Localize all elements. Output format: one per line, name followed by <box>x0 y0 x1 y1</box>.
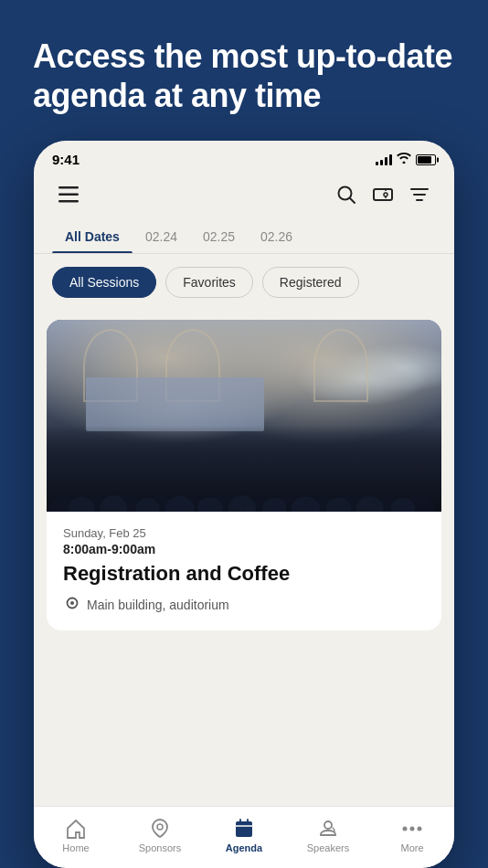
nav-right-icons <box>330 178 436 211</box>
svg-rect-0 <box>58 186 79 189</box>
sponsors-icon <box>149 818 171 840</box>
filter-all-sessions[interactable]: All Sessions <box>52 267 156 298</box>
hero-title: Access the most up-to-date agenda at any… <box>0 0 488 141</box>
nav-label-sponsors: Sponsors <box>139 842 181 853</box>
top-navigation <box>34 171 454 218</box>
crowd-scene <box>47 426 441 513</box>
scroll-content[interactable]: Sunday, Feb 25 8:00am-9:00am Registratio… <box>34 311 454 806</box>
wifi-icon <box>397 153 411 166</box>
tab-all-dates[interactable]: All Dates <box>52 222 133 253</box>
event-time: 8:00am-9:00am <box>63 542 425 556</box>
search-button[interactable] <box>330 178 363 211</box>
more-icon <box>401 818 423 840</box>
speakers-icon <box>317 818 339 840</box>
svg-rect-32 <box>239 830 243 832</box>
arch-decoration <box>313 329 368 402</box>
status-bar: 9:41 <box>34 141 454 171</box>
event-date: Sunday, Feb 25 <box>63 526 425 540</box>
event-info: Sunday, Feb 25 8:00am-9:00am Registratio… <box>47 512 441 630</box>
event-image <box>47 320 441 512</box>
battery-icon <box>416 154 436 165</box>
nav-item-agenda[interactable]: Agenda <box>218 818 270 853</box>
svg-rect-31 <box>236 821 252 837</box>
signal-icon <box>376 154 392 165</box>
status-icons <box>376 153 436 166</box>
status-time: 9:41 <box>52 152 80 167</box>
nav-label-more: More <box>400 842 423 853</box>
location-icon <box>63 596 81 614</box>
svg-rect-2 <box>58 200 79 203</box>
ticket-button[interactable] <box>366 178 399 211</box>
event-title: Registration and Coffee <box>63 562 425 586</box>
nav-item-more[interactable]: More <box>387 818 438 853</box>
svg-rect-4 <box>374 189 392 200</box>
date-tabs: All Dates 02.24 02.25 02.26 <box>34 218 454 254</box>
filter-button[interactable] <box>403 178 436 211</box>
svg-point-35 <box>403 827 408 831</box>
nav-label-home: Home <box>62 842 89 853</box>
svg-point-34 <box>324 821 332 829</box>
svg-rect-1 <box>58 194 79 196</box>
home-icon <box>65 818 87 840</box>
event-card[interactable]: Sunday, Feb 25 8:00am-9:00am Registratio… <box>47 320 441 630</box>
svg-point-30 <box>70 601 74 605</box>
nav-item-home[interactable]: Home <box>50 818 101 853</box>
svg-point-5 <box>384 193 387 196</box>
location-text: Main building, auditorium <box>87 598 229 612</box>
nav-item-sponsors[interactable]: Sponsors <box>134 818 186 853</box>
nav-item-speakers[interactable]: Speakers <box>302 818 354 853</box>
filter-registered[interactable]: Registered <box>262 267 359 298</box>
agenda-icon <box>233 818 255 840</box>
phone-frame: 9:41 <box>34 141 454 868</box>
menu-button[interactable] <box>52 178 85 211</box>
session-filters: All Sessions Favorites Registered <box>34 254 454 311</box>
projection-screen <box>86 377 263 431</box>
svg-rect-33 <box>245 830 249 832</box>
tab-date-0225[interactable]: 02.25 <box>190 222 248 253</box>
svg-point-37 <box>418 827 422 831</box>
tab-date-0224[interactable]: 02.24 <box>133 222 190 253</box>
bottom-navigation: Home Sponsors Age <box>34 806 454 868</box>
nav-label-agenda: Agenda <box>226 842 262 853</box>
tab-date-0226[interactable]: 02.26 <box>248 222 305 253</box>
filter-favorites[interactable]: Favorites <box>165 267 253 298</box>
svg-point-36 <box>410 827 415 831</box>
nav-label-speakers: Speakers <box>307 842 349 853</box>
event-location: Main building, auditorium <box>63 596 425 614</box>
